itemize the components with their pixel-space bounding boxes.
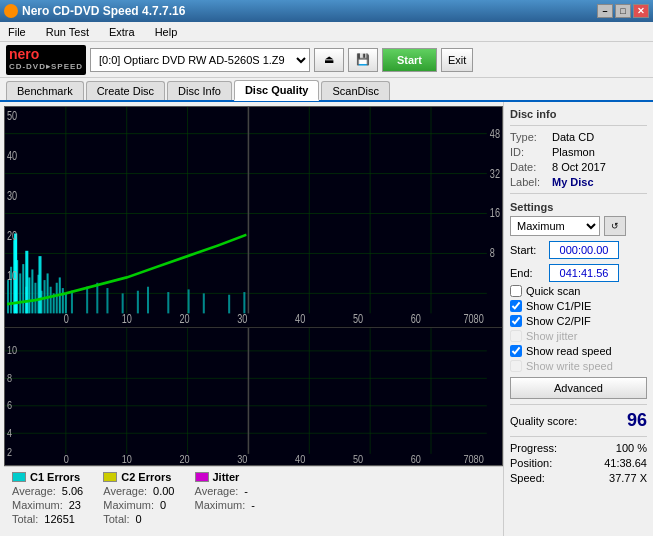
tab-disc-info[interactable]: Disc Info	[167, 81, 232, 100]
svg-rect-40	[147, 287, 149, 314]
tab-create-disc[interactable]: Create Disc	[86, 81, 165, 100]
c2-color	[103, 472, 117, 482]
show-write-speed-row: Show write speed	[510, 360, 647, 372]
maximize-button[interactable]: □	[615, 4, 631, 18]
svg-text:40: 40	[295, 311, 305, 324]
svg-text:70: 70	[463, 311, 473, 324]
show-jitter-row: Show jitter	[510, 330, 647, 342]
toolbar: nero CD-DVD▸SPEED [0:0] Optiarc DVD RW A…	[0, 42, 653, 78]
minimize-button[interactable]: –	[597, 4, 613, 18]
end-time-input[interactable]	[549, 264, 619, 282]
svg-text:50: 50	[7, 109, 17, 122]
svg-rect-14	[7, 280, 9, 313]
c1-total-val: 12651	[44, 513, 75, 525]
id-val: Plasmon	[552, 146, 595, 158]
c1-avg-key: Average:	[12, 485, 56, 497]
svg-text:60: 60	[411, 311, 421, 324]
show-read-speed-checkbox[interactable]	[510, 345, 522, 357]
quick-scan-row: Quick scan	[510, 285, 647, 297]
c2-total-key: Total:	[103, 513, 129, 525]
show-c2pif-label: Show C2/PIF	[526, 315, 591, 327]
svg-text:20: 20	[179, 453, 190, 465]
show-c1pie-label: Show C1/PIE	[526, 300, 591, 312]
show-jitter-checkbox[interactable]	[510, 330, 522, 342]
svg-text:80: 80	[474, 311, 484, 324]
svg-rect-43	[203, 293, 205, 313]
tab-disc-quality[interactable]: Disc Quality	[234, 80, 320, 101]
start-time-input[interactable]	[549, 241, 619, 259]
svg-rect-18	[19, 273, 21, 313]
start-label: Start:	[510, 244, 545, 256]
show-c2pif-checkbox[interactable]	[510, 315, 522, 327]
disc-type-row: Type: Data CD	[510, 131, 647, 143]
c1-label: C1 Errors	[30, 471, 80, 483]
show-jitter-label: Show jitter	[526, 330, 577, 342]
svg-text:40: 40	[295, 453, 306, 465]
label-key: Label:	[510, 176, 548, 188]
svg-text:8: 8	[490, 246, 495, 259]
disc-date-row: Date: 8 Oct 2017	[510, 161, 647, 173]
svg-text:30: 30	[237, 453, 248, 465]
save-button[interactable]: 💾	[348, 48, 378, 72]
refresh-button[interactable]: ↺	[604, 216, 626, 236]
legend-bar: C1 Errors Average: 5.06 Maximum: 23 Tota…	[4, 466, 503, 536]
svg-text:20: 20	[179, 311, 189, 324]
menu-help[interactable]: Help	[151, 25, 182, 39]
svg-text:48: 48	[490, 126, 500, 139]
chart-top: 48 32 16 8 50 40 30 20 10 0 10 20 30 40	[5, 107, 502, 328]
jitter-max-key: Maximum:	[195, 499, 246, 511]
progress-label: Progress:	[510, 442, 557, 454]
svg-rect-35	[86, 287, 88, 314]
menu-run-test[interactable]: Run Test	[42, 25, 93, 39]
chart-bottom: 10 8 6 4 2 0 10 20 30 40 50 60 70 80	[5, 328, 502, 465]
chart-area: 48 32 16 8 50 40 30 20 10 0 10 20 30 40	[4, 106, 503, 466]
progress-value: 100 %	[616, 442, 647, 454]
svg-text:10: 10	[122, 311, 132, 324]
start-button[interactable]: Start	[382, 48, 437, 72]
svg-rect-32	[62, 288, 64, 313]
disc-label-row: Label: My Disc	[510, 176, 647, 188]
svg-rect-38	[122, 293, 124, 313]
svg-text:0: 0	[64, 453, 70, 465]
jitter-legend: Jitter Average: - Maximum: -	[195, 471, 255, 532]
close-button[interactable]: ✕	[633, 4, 649, 18]
progress-row: Progress: 100 %	[510, 442, 647, 454]
end-row: End:	[510, 264, 647, 282]
svg-text:4: 4	[7, 427, 13, 439]
date-val: 8 Oct 2017	[552, 161, 606, 173]
c1-legend: C1 Errors Average: 5.06 Maximum: 23 Tota…	[12, 471, 83, 532]
menu-bar: File Run Test Extra Help	[0, 22, 653, 42]
show-c1pie-checkbox[interactable]	[510, 300, 522, 312]
show-write-speed-checkbox[interactable]	[510, 360, 522, 372]
tab-scan-disc[interactable]: ScanDisc	[321, 81, 389, 100]
menu-extra[interactable]: Extra	[105, 25, 139, 39]
svg-rect-36	[96, 283, 98, 314]
position-row: Position: 41:38.64	[510, 457, 647, 469]
drive-selector[interactable]: [0:0] Optiarc DVD RW AD-5260S 1.Z9	[90, 48, 310, 72]
exit-button[interactable]: Exit	[441, 48, 473, 72]
svg-text:8: 8	[7, 372, 12, 384]
separator-1	[510, 125, 647, 126]
show-c1pie-row: Show C1/PIE	[510, 300, 647, 312]
end-label: End:	[510, 267, 545, 279]
svg-rect-45	[243, 292, 245, 313]
quick-scan-label: Quick scan	[526, 285, 580, 297]
type-val: Data CD	[552, 131, 594, 143]
eject-button[interactable]: ⏏	[314, 48, 344, 72]
speed-select[interactable]: Maximum	[510, 216, 600, 236]
advanced-button[interactable]: Advanced	[510, 377, 647, 399]
svg-text:70: 70	[463, 453, 474, 465]
disc-id-row: ID: Plasmon	[510, 146, 647, 158]
svg-rect-21	[28, 277, 30, 313]
quick-scan-checkbox[interactable]	[510, 285, 522, 297]
separator-4	[510, 436, 647, 437]
svg-text:30: 30	[237, 311, 247, 324]
speed-row: Speed: 37.77 X	[510, 472, 647, 484]
svg-rect-27	[47, 273, 49, 313]
svg-text:20: 20	[7, 229, 17, 242]
svg-text:30: 30	[7, 189, 17, 202]
tab-bar: Benchmark Create Disc Disc Info Disc Qua…	[0, 78, 653, 102]
tab-benchmark[interactable]: Benchmark	[6, 81, 84, 100]
menu-file[interactable]: File	[4, 25, 30, 39]
title-bar: Nero CD-DVD Speed 4.7.7.16 – □ ✕	[0, 0, 653, 22]
